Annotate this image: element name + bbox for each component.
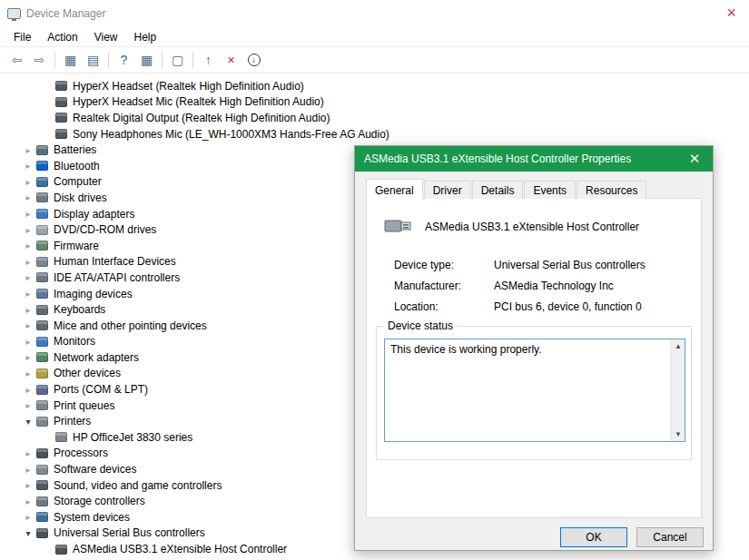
tab-general[interactable]: General bbox=[366, 179, 423, 199]
disable-device-button[interactable]: ↓ bbox=[242, 50, 265, 71]
help-button[interactable]: ? bbox=[113, 50, 135, 71]
title-bar: Device Manager × bbox=[0, 0, 749, 27]
tree-item-label: HyperX Headset (Realtek High Definition … bbox=[73, 80, 304, 93]
location-value: PCI bus 6, device 0, function 0 bbox=[494, 300, 642, 313]
export-list-button[interactable]: ▦ bbox=[135, 50, 158, 71]
device-status-groupbox: Device status This device is working pro… bbox=[376, 326, 692, 460]
speaker-icon bbox=[55, 81, 67, 91]
chevron-right-icon[interactable]: ▸ bbox=[22, 225, 34, 235]
scroll-down-icon[interactable]: ▼ bbox=[671, 427, 685, 441]
usb-controller-icon bbox=[36, 528, 48, 538]
update-driver-button[interactable]: ↑ bbox=[197, 50, 220, 71]
chevron-right-icon[interactable]: ▸ bbox=[22, 161, 34, 171]
scroll-up-icon[interactable]: ▲ bbox=[671, 339, 685, 353]
properties-button[interactable]: ▤ bbox=[82, 50, 104, 71]
chevron-right-icon[interactable]: ▸ bbox=[22, 512, 34, 522]
chevron-right-icon[interactable]: ▸ bbox=[22, 496, 34, 506]
chevron-right-icon[interactable]: ▸ bbox=[22, 192, 34, 202]
chevron-right-icon[interactable]: ▸ bbox=[22, 241, 34, 251]
tree-item-label: Other devices bbox=[54, 367, 121, 379]
disable-down-arrow-icon: ↓ bbox=[248, 54, 261, 66]
tree-item-label: Firmware bbox=[54, 240, 99, 252]
cancel-button[interactable]: Cancel bbox=[636, 527, 704, 547]
location-label: Location: bbox=[394, 300, 439, 313]
uninstall-device-button[interactable]: × bbox=[220, 50, 242, 71]
toolbar-separator bbox=[162, 52, 163, 68]
tree-item-label: IDE ATA/ATAPI controllers bbox=[54, 271, 180, 284]
chevron-right-icon[interactable]: ▸ bbox=[22, 289, 34, 299]
chevron-right-icon[interactable]: ▸ bbox=[22, 385, 34, 395]
chevron-right-icon[interactable]: ▸ bbox=[22, 257, 34, 267]
chevron-right-icon[interactable]: ▸ bbox=[22, 145, 34, 155]
menu-file[interactable]: File bbox=[5, 29, 39, 45]
scan-computer-icon: ▢ bbox=[172, 54, 183, 66]
tree-item-hyperx-headset-mic-realtek-high-definition-audio[interactable]: HyperX Headset Mic (Realtek High Definit… bbox=[0, 94, 749, 111]
chevron-down-icon[interactable]: ▾ bbox=[22, 528, 34, 538]
chevron-right-icon[interactable]: ▸ bbox=[22, 465, 34, 475]
help-icon: ? bbox=[121, 54, 128, 66]
device-status-label: Device status bbox=[384, 319, 457, 332]
processor-icon bbox=[36, 448, 48, 458]
chevron-right-icon[interactable]: ▸ bbox=[22, 337, 34, 347]
device-manager-window: Device Manager × FileActionViewHelp ⇦⇨▦▤… bbox=[0, 0, 749, 74]
toolbar-separator bbox=[108, 52, 109, 68]
chevron-right-icon[interactable]: ▸ bbox=[22, 480, 34, 490]
tree-item-label: Ports (COM & LPT) bbox=[54, 383, 148, 396]
storage-controller-icon bbox=[36, 496, 48, 506]
tree-item-hyperx-headset-realtek-high-definition-audio[interactable]: HyperX Headset (Realtek High Definition … bbox=[0, 78, 749, 94]
chevron-right-icon[interactable]: ▸ bbox=[22, 400, 34, 410]
tab-resources[interactable]: Resources bbox=[577, 181, 646, 199]
tab-events[interactable]: Events bbox=[524, 181, 576, 199]
window-title: Device Manager bbox=[26, 7, 105, 20]
tab-details[interactable]: Details bbox=[472, 181, 524, 199]
device-status-textbox[interactable]: This device is working properly. ▲ ▼ bbox=[384, 339, 685, 442]
menu-view[interactable]: View bbox=[86, 29, 126, 45]
dialog-title: ASMedia USB3.1 eXtensible Host Controlle… bbox=[364, 152, 631, 165]
manufacturer-label: Manufacturer: bbox=[394, 280, 461, 292]
scan-hardware-changes-button[interactable]: ▢ bbox=[166, 50, 189, 71]
device-status-text: This device is working properly. bbox=[390, 343, 665, 356]
console-tree-icon: ▦ bbox=[64, 54, 76, 66]
chevron-right-icon[interactable]: ▸ bbox=[22, 177, 34, 187]
menu-bar: FileActionViewHelp bbox=[0, 27, 749, 47]
chevron-right-icon[interactable]: ▸ bbox=[22, 368, 34, 378]
tree-item-label: Human Interface Devices bbox=[54, 255, 176, 268]
properties-dialog: ASMedia USB3.1 eXtensible Host Controlle… bbox=[354, 145, 714, 551]
tree-item-label: Mice and other pointing devices bbox=[54, 319, 207, 332]
dialog-title-bar: ASMedia USB3.1 eXtensible Host Controlle… bbox=[355, 146, 713, 172]
chevron-down-icon[interactable]: ▾ bbox=[22, 417, 34, 427]
tab-driver[interactable]: Driver bbox=[424, 181, 471, 199]
window-close-icon[interactable]: × bbox=[726, 4, 736, 22]
chevron-right-icon[interactable]: ▸ bbox=[22, 272, 34, 282]
monitor-icon bbox=[36, 337, 48, 347]
tree-item-label: Keyboards bbox=[54, 303, 105, 316]
menu-action[interactable]: Action bbox=[39, 29, 85, 45]
chevron-right-icon[interactable]: ▸ bbox=[22, 209, 34, 219]
software-device-icon bbox=[36, 465, 48, 475]
forward-button[interactable]: ⇨ bbox=[28, 50, 51, 71]
dialog-close-icon[interactable]: ✕ bbox=[676, 146, 713, 172]
tree-item-sony-headphones-mic-le-wh-1000xm3-hands-free-ag-audio[interactable]: Sony Headphones Mic (LE_WH-1000XM3 Hands… bbox=[0, 126, 749, 142]
scrollbar[interactable]: ▲ ▼ bbox=[670, 339, 685, 441]
chevron-right-icon[interactable]: ▸ bbox=[22, 352, 34, 362]
tree-item-label: Printers bbox=[54, 415, 91, 427]
properties-icon: ▤ bbox=[87, 54, 99, 66]
menu-help[interactable]: Help bbox=[126, 29, 165, 45]
tree-item-label: Storage controllers bbox=[54, 495, 145, 507]
chevron-right-icon[interactable]: ▸ bbox=[22, 320, 34, 330]
device-manager-icon bbox=[7, 8, 21, 19]
console-tree-button[interactable]: ▦ bbox=[59, 50, 82, 71]
list-icon: ▦ bbox=[141, 54, 153, 66]
chevron-right-icon[interactable]: ▸ bbox=[22, 305, 34, 315]
device-type-label: Device type: bbox=[394, 259, 454, 271]
tree-item-realtek-digital-output-realtek-high-definition-audio[interactable]: Realtek Digital Output (Realtek High Def… bbox=[0, 110, 749, 126]
print-queue-icon bbox=[36, 400, 48, 410]
usb-plug-icon bbox=[383, 215, 414, 237]
tree-item-label: Imaging devices bbox=[54, 288, 133, 300]
back-button[interactable]: ⇦ bbox=[5, 50, 28, 71]
dialog-tabs: GeneralDriverDetailsEventsResources bbox=[366, 181, 647, 199]
disk-drive-icon bbox=[36, 192, 48, 202]
chevron-right-icon[interactable]: ▸ bbox=[22, 448, 34, 458]
ok-button[interactable]: OK bbox=[560, 527, 627, 547]
tree-item-label: Monitors bbox=[54, 335, 95, 348]
